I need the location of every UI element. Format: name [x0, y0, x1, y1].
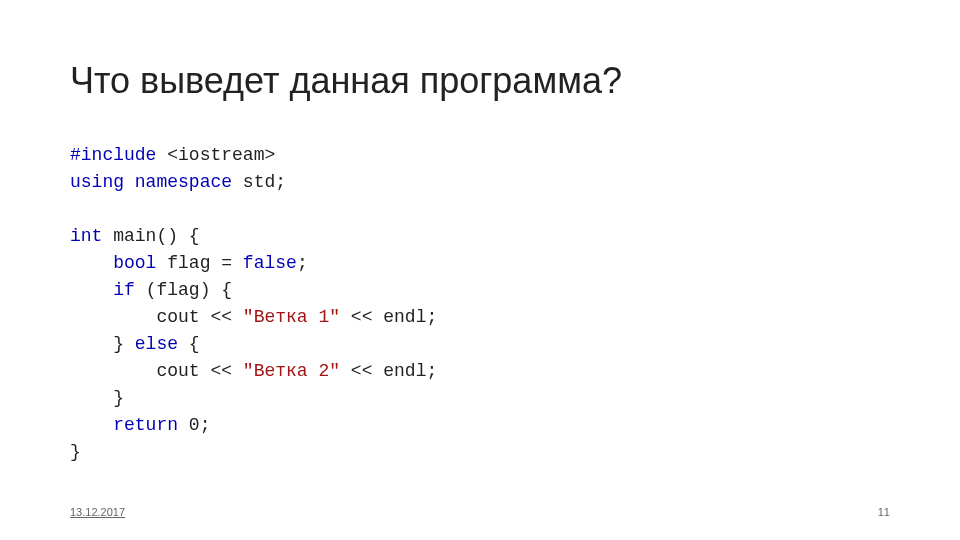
else-brace: { — [178, 334, 200, 354]
else-line: } — [70, 334, 135, 354]
keyword-return: return — [113, 415, 178, 435]
keyword-namespace: namespace — [124, 172, 232, 192]
include-header: <iostream> — [156, 145, 275, 165]
footer-date: 13.12.2017 — [70, 506, 125, 518]
string-branch-1: "Ветка 1" — [243, 307, 340, 327]
close-main: } — [70, 442, 81, 462]
main-sig: main() { — [102, 226, 199, 246]
cout1-pre: cout << — [70, 307, 243, 327]
keyword-int: int — [70, 226, 102, 246]
std-text: std; — [232, 172, 286, 192]
flag-decl: flag = — [156, 253, 242, 273]
semicolon: ; — [297, 253, 308, 273]
footer: 13.12.2017 11 — [70, 506, 890, 518]
slide-title: Что выведет данная программа? — [70, 60, 890, 102]
close-inner: } — [70, 388, 124, 408]
cout2-pre: cout << — [70, 361, 243, 381]
keyword-false: false — [243, 253, 297, 273]
cout1-post: << endl; — [340, 307, 437, 327]
code-block: #include <iostream> using namespace std;… — [70, 142, 890, 466]
page-number: 11 — [878, 506, 890, 518]
keyword-include: #include — [70, 145, 156, 165]
keyword-else: else — [135, 334, 178, 354]
keyword-if: if — [113, 280, 135, 300]
cout2-post: << endl; — [340, 361, 437, 381]
string-branch-2: "Ветка 2" — [243, 361, 340, 381]
keyword-using: using — [70, 172, 124, 192]
return-val: 0; — [178, 415, 210, 435]
if-cond: (flag) { — [135, 280, 232, 300]
keyword-bool: bool — [113, 253, 156, 273]
